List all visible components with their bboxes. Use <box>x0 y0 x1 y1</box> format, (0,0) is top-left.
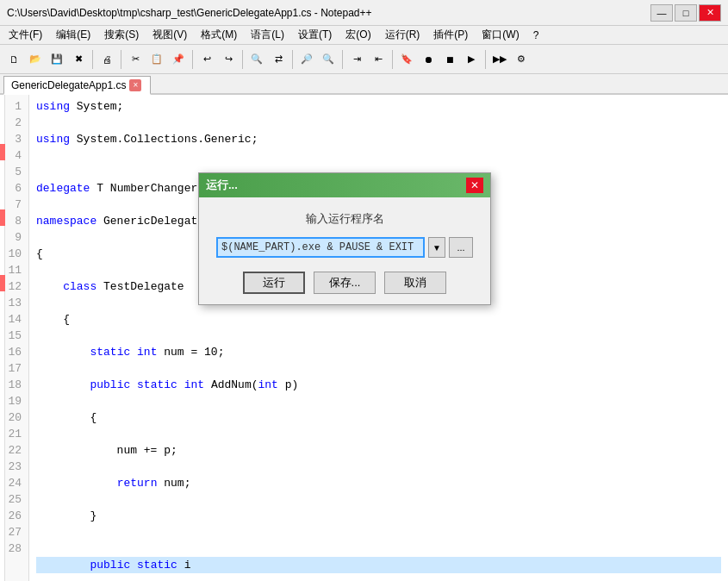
program-name-input[interactable] <box>216 237 425 258</box>
dialog-titlebar: 运行... ✕ <box>199 173 490 197</box>
dialog-label: 输入运行程序名 <box>216 211 473 227</box>
cancel-dialog-button[interactable]: 取消 <box>384 272 446 294</box>
dialog-body: 输入运行程序名 ▼ ... 运行 保存... 取消 <box>199 197 490 304</box>
dialog-title: 运行... <box>206 178 466 193</box>
dropdown-button[interactable]: ▼ <box>428 237 445 258</box>
save-dialog-button[interactable]: 保存... <box>314 272 376 294</box>
dialog-overlay: 运行... ✕ 输入运行程序名 ▼ ... 运行 保存... 取消 <box>0 0 728 581</box>
dialog-close-button[interactable]: ✕ <box>466 178 483 193</box>
run-dialog: 运行... ✕ 输入运行程序名 ▼ ... 运行 保存... 取消 <box>198 172 491 305</box>
run-execute-button[interactable]: 运行 <box>243 272 305 294</box>
browse-button[interactable]: ... <box>449 237 473 258</box>
dialog-buttons: 运行 保存... 取消 <box>216 272 473 294</box>
dialog-input-row: ▼ ... <box>216 237 473 258</box>
